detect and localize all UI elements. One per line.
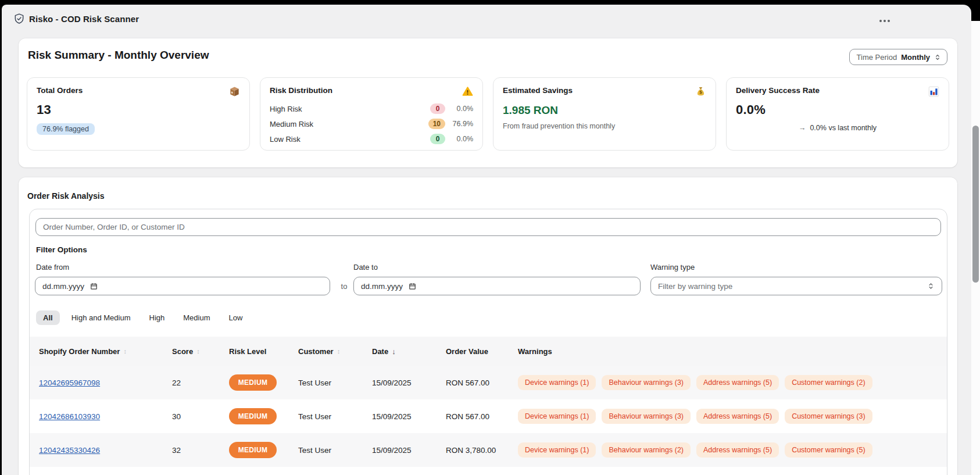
delivery-success-value: 0.0% [736,102,939,117]
header-bar: Risko - COD Risk Scanner [2,5,971,33]
order-value-cell: RON 567.00 [446,378,518,387]
more-horizontal-icon [879,20,882,22]
date-cell: 15/09/2025 [372,412,446,421]
risk-count-badge: 0 [430,134,445,144]
bar-chart-icon [928,86,939,97]
warning-badge: Address warnings (5) [696,442,779,458]
chevron-updown-icon [927,282,935,290]
tab-medium[interactable]: Medium [176,310,217,325]
chevron-updown-icon [934,53,941,61]
savings-subtext: From fraud prevention this monthly [503,122,706,130]
warning-badge: Behaviour warnings (2) [602,442,691,458]
trend-arrow-icon: → [799,124,806,132]
analysis-heading: Order Risk Analysis [27,191,105,201]
sort-desc-icon: ↓ [392,347,396,356]
date-from-input[interactable]: dd.mm.yyyy [35,277,330,295]
column-header-label: Order Value [446,347,488,356]
date-from-placeholder: dd.mm.yyyy [42,282,84,291]
time-period-select[interactable]: Time Period Monthly [849,49,947,65]
risk-distribution-card: Risk Distribution High Risk00.0%Medium R… [260,77,483,151]
scrollbar-thumb[interactable] [972,126,979,283]
customer-cell: Test User [298,378,372,387]
date-cell: 15/09/2025 [372,446,446,455]
risk-level-pill: MEDIUM [229,408,277,424]
summary-card: Risk Summary - Monthly Overview Time Per… [19,38,957,167]
warning-type-label: Warning type [650,263,695,272]
svg-text:$: $ [699,90,702,95]
column-header-date[interactable]: Date↓ [372,347,446,356]
delivery-success-label: Delivery Success Rate [736,86,820,95]
risk-distribution-label: Risk Distribution [270,86,332,95]
order-link[interactable]: 12042695967098 [39,378,100,387]
analysis-card: Order Risk Analysis Filter Options Date … [19,177,957,475]
column-header-shopify-order-number[interactable]: Shopify Order Number↕ [39,347,172,356]
flagged-badge: 76.9% flagged [37,123,95,135]
order-link[interactable]: 12042686103930 [39,412,100,421]
risk-filter-tabs: AllHigh and MediumHighMediumLow [36,310,249,325]
warning-badge: Device warnings (1) [518,375,596,390]
risk-row: High Risk00.0% [270,101,473,116]
app-frame: Risko - COD Risk Scanner Risk Summary - … [2,5,971,475]
score-cell: 22 [172,378,229,387]
table-row: 1204268610393030MEDIUMTest User15/09/202… [30,399,947,433]
more-menu-button[interactable] [877,17,892,24]
customer-cell: Test User [298,446,372,455]
order-number-cell: 12042435330426 [39,446,172,455]
delivery-trend: →0.0% vs last monthly [736,124,939,132]
risk-level-pill: MEDIUM [229,374,277,391]
total-orders-value: 13 [37,102,240,117]
column-header-label: Warnings [518,347,552,356]
delivery-success-card: Delivery Success Rate 0.0% →0.0% vs last… [726,77,949,151]
table-body: 1204269596709822MEDIUMTest User15/09/202… [30,366,947,467]
column-header-label: Customer [298,347,334,356]
warning-badge: Address warnings (5) [696,409,779,424]
warning-type-select[interactable]: Filter by warning type [650,277,942,295]
order-number-cell: 12042695967098 [39,378,172,387]
savings-value: 1.985 RON [503,104,706,117]
metrics-row: Total Orders 13 76.9% flagged Ris [27,77,949,151]
column-header-customer[interactable]: Customer↕ [298,347,372,356]
customer-cell: Test User [298,412,372,421]
tab-low[interactable]: Low [222,310,250,325]
to-separator: to [336,277,352,295]
risk-row: Low Risk00.0% [270,131,473,147]
tab-high-and-medium[interactable]: High and Medium [65,310,138,325]
warnings-cell: Device warnings (1)Behaviour warnings (3… [518,375,938,390]
calendar-icon[interactable] [409,283,416,290]
sort-icon: ↕ [123,348,127,355]
risk-percent: 76.9% [445,120,473,128]
date-from-label: Date from [36,263,69,272]
shield-icon [13,13,25,24]
risk-percent: 0.0% [445,135,473,143]
risk-row: Medium Risk1076.9% [270,116,473,131]
scrollbar-track[interactable] [971,21,980,475]
column-header-label: Score [172,347,193,356]
warning-badge: Customer warnings (3) [785,409,872,424]
search-input[interactable] [35,218,941,236]
warning-badge: Device warnings (1) [518,442,596,458]
warning-badge: Behaviour warnings (3) [602,375,691,390]
tab-high[interactable]: High [142,310,172,325]
risk-level-cell: MEDIUM [229,408,298,424]
column-header-label: Date [372,347,388,356]
calendar-icon[interactable] [90,283,98,290]
app-title: Risko - COD Risk Scanner [29,14,139,24]
date-to-input[interactable]: dd.mm.yyyy [353,277,641,295]
column-header-label: Risk Level [229,347,266,356]
order-value-cell: RON 3,780.00 [446,446,518,455]
trend-text: 0.0% vs last monthly [810,124,877,132]
sort-icon: ↕ [337,348,341,355]
column-header-label: Shopify Order Number [39,347,120,356]
date-cell: 15/09/2025 [372,378,446,387]
estimated-savings-label: Estimated Savings [503,86,573,95]
order-link[interactable]: 12042435330426 [39,446,100,455]
column-header-score[interactable]: Score↕ [172,347,229,356]
warning-type-placeholder: Filter by warning type [658,282,732,291]
warnings-cell: Device warnings (1)Behaviour warnings (3… [518,409,938,424]
table-row: 1204269596709822MEDIUMTest User15/09/202… [30,366,947,399]
risk-level-cell: MEDIUM [229,442,298,458]
tab-all[interactable]: All [36,310,60,325]
time-period-value: Monthly [901,53,930,62]
filter-options-label: Filter Options [36,245,87,254]
score-cell: 30 [172,412,229,421]
